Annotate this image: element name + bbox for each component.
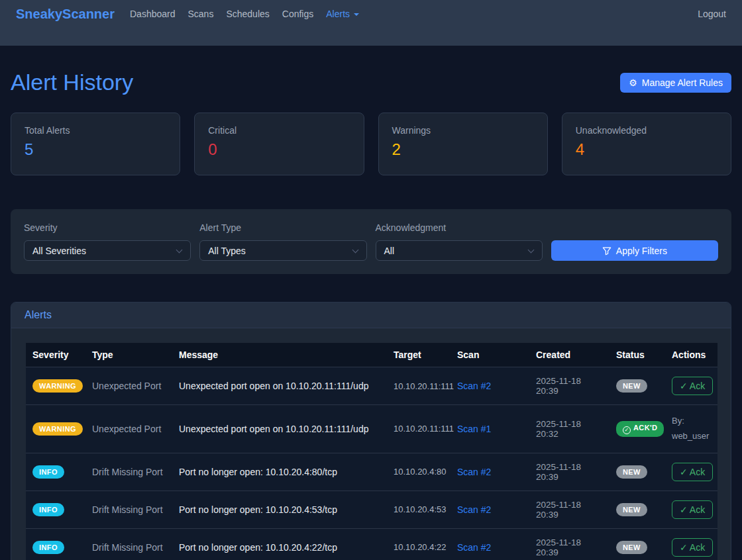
alerts-card: Alerts Severity Type Message Target Scan… bbox=[11, 302, 731, 560]
scan-link[interactable]: Scan #2 bbox=[457, 381, 491, 391]
alert-message-cell: Unexpected port open on 10.10.20.11:111/… bbox=[172, 367, 387, 405]
nav-item-alerts-label: Alerts bbox=[326, 9, 350, 19]
manage-alert-rules-button[interactable]: ⚙ Manage Alert Rules bbox=[620, 73, 731, 93]
severity-select-value: All Severities bbox=[32, 246, 86, 256]
alert-type-select[interactable]: All Types bbox=[199, 240, 366, 261]
chevron-down-icon bbox=[176, 247, 183, 254]
actions-cell: ✓ Ack bbox=[665, 453, 717, 490]
alert-type-select-value: All Types bbox=[208, 246, 246, 256]
alert-created-cell: 2025-11-18 20:39 bbox=[529, 453, 610, 490]
actions-cell: ✓ Ack bbox=[665, 528, 717, 560]
scan-link[interactable]: Scan #2 bbox=[457, 504, 491, 515]
filter-acknowledgment: Acknowledgment All bbox=[376, 222, 543, 261]
apply-filters-label: Apply Filters bbox=[616, 246, 667, 256]
alert-created-cell: 2025-11-18 20:39 bbox=[529, 367, 610, 405]
chevron-down-icon bbox=[352, 247, 358, 254]
status-badge: NEW bbox=[616, 465, 647, 479]
acknowledgment-select[interactable]: All bbox=[376, 240, 543, 261]
alerts-card-header: Alerts bbox=[11, 303, 731, 328]
alert-target-cell: 10.10.20.11:111 bbox=[387, 405, 450, 453]
page-container: Alert History ⚙ Manage Alert Rules Total… bbox=[0, 70, 742, 560]
filter-severity: Severity All Severities bbox=[24, 222, 191, 261]
scan-link[interactable]: Scan #1 bbox=[457, 424, 491, 434]
alert-message-cell: Port no longer open: 10.10.20.4:22/tcp bbox=[172, 528, 387, 560]
status-badge: NEW bbox=[616, 541, 647, 554]
navbar: SneakyScanner Dashboard Scans Schedules … bbox=[0, 0, 742, 46]
alert-message-cell: Port no longer open: 10.10.20.4:53/tcp bbox=[172, 490, 387, 528]
col-status: Status bbox=[610, 343, 665, 367]
table-row: WARNING Unexpected Port Unexpected port … bbox=[26, 367, 717, 405]
alerts-table: Severity Type Message Target Scan Create… bbox=[26, 343, 717, 560]
nav-item-schedules[interactable]: Schedules bbox=[226, 9, 269, 19]
alert-created-cell: 2025-11-18 20:39 bbox=[529, 490, 610, 528]
stat-card-warnings: Warnings 2 bbox=[378, 113, 548, 175]
caret-down-icon bbox=[354, 13, 359, 16]
stat-label: Warnings bbox=[392, 125, 534, 136]
navbar-left: SneakyScanner Dashboard Scans Schedules … bbox=[16, 7, 359, 22]
actions-cell: ✓ Ack bbox=[665, 490, 717, 528]
ack-button[interactable]: ✓ Ack bbox=[672, 538, 713, 557]
alert-type-cell: Drift Missing Port bbox=[85, 453, 172, 490]
stat-card-critical: Critical 0 bbox=[194, 113, 364, 175]
logout-link[interactable]: Logout bbox=[698, 9, 726, 19]
acknowledgment-select-value: All bbox=[384, 246, 395, 256]
stats-row: Total Alerts 5 Critical 0 Warnings 2 Una… bbox=[11, 113, 731, 175]
stat-card-total-alerts: Total Alerts 5 bbox=[11, 113, 180, 175]
status-badge: ✓ACK'D bbox=[616, 421, 664, 437]
table-row: INFO Drift Missing Port Port no longer o… bbox=[26, 528, 717, 560]
table-row: WARNING Unexpected Port Unexpected port … bbox=[26, 405, 717, 453]
page-title: Alert History bbox=[11, 70, 133, 95]
stat-label: Critical bbox=[208, 125, 350, 136]
severity-select[interactable]: All Severities bbox=[24, 240, 191, 261]
apply-filters-wrap: Apply Filters bbox=[551, 222, 718, 261]
alert-target-cell: 10.10.20.4:80 bbox=[387, 453, 450, 490]
scan-link[interactable]: Scan #2 bbox=[457, 467, 491, 477]
ack-button[interactable]: ✓ Ack bbox=[672, 463, 713, 481]
table-row: INFO Drift Missing Port Port no longer o… bbox=[26, 453, 717, 490]
brand-logo[interactable]: SneakyScanner bbox=[16, 7, 115, 22]
severity-badge: INFO bbox=[32, 541, 64, 554]
alert-created-cell: 2025-11-18 20:32 bbox=[529, 405, 610, 453]
alert-target-cell: 10.10.20.11:111 bbox=[387, 367, 450, 405]
check-icon: ✓ bbox=[623, 426, 631, 434]
actions-cell: ✓ Ack bbox=[665, 367, 717, 405]
col-target: Target bbox=[387, 343, 450, 367]
scan-link[interactable]: Scan #2 bbox=[457, 542, 491, 553]
col-message: Message bbox=[172, 343, 387, 367]
alert-type-cell: Drift Missing Port bbox=[85, 528, 172, 560]
ack-button[interactable]: ✓ Ack bbox=[672, 377, 713, 395]
stat-value: 5 bbox=[25, 140, 166, 159]
severity-badge: INFO bbox=[32, 503, 64, 516]
severity-badge: WARNING bbox=[32, 422, 83, 436]
nav-item-configs[interactable]: Configs bbox=[282, 9, 313, 19]
col-scan: Scan bbox=[450, 343, 529, 367]
alert-created-cell: 2025-11-18 20:39 bbox=[529, 528, 610, 560]
acknowledgment-filter-label: Acknowledgment bbox=[376, 222, 543, 233]
alert-type-filter-label: Alert Type bbox=[199, 222, 366, 233]
alert-target-cell: 10.10.20.4:22 bbox=[387, 528, 450, 560]
alert-message-cell: Port no longer open: 10.10.20.4:80/tcp bbox=[172, 453, 387, 490]
nav-item-dashboard[interactable]: Dashboard bbox=[130, 9, 176, 19]
stat-value: 0 bbox=[208, 140, 350, 159]
filter-alert-type: Alert Type All Types bbox=[199, 222, 366, 261]
status-badge: NEW bbox=[616, 503, 647, 516]
funnel-icon bbox=[602, 246, 611, 256]
severity-badge: WARNING bbox=[32, 379, 83, 393]
col-severity: Severity bbox=[26, 343, 85, 367]
stat-value: 4 bbox=[576, 140, 717, 159]
alert-type-cell: Unexpected Port bbox=[85, 367, 172, 405]
stat-card-unacknowledged: Unacknowledged 4 bbox=[562, 113, 731, 175]
col-type: Type bbox=[85, 343, 172, 367]
nav-item-scans[interactable]: Scans bbox=[187, 9, 213, 19]
gear-icon: ⚙ bbox=[629, 78, 637, 87]
ack-button[interactable]: ✓ Ack bbox=[672, 500, 713, 519]
nav-item-alerts[interactable]: Alerts bbox=[326, 9, 359, 19]
alert-type-cell: Unexpected Port bbox=[85, 405, 172, 453]
col-actions: Actions bbox=[665, 343, 717, 367]
apply-filters-button[interactable]: Apply Filters bbox=[551, 240, 718, 261]
alert-target-cell: 10.10.20.4:53 bbox=[387, 490, 450, 528]
stat-value: 2 bbox=[392, 140, 534, 159]
filters-panel: Severity All Severities Alert Type All T… bbox=[11, 209, 731, 274]
manage-alert-rules-label: Manage Alert Rules bbox=[642, 77, 723, 88]
page-header: Alert History ⚙ Manage Alert Rules bbox=[11, 70, 731, 95]
